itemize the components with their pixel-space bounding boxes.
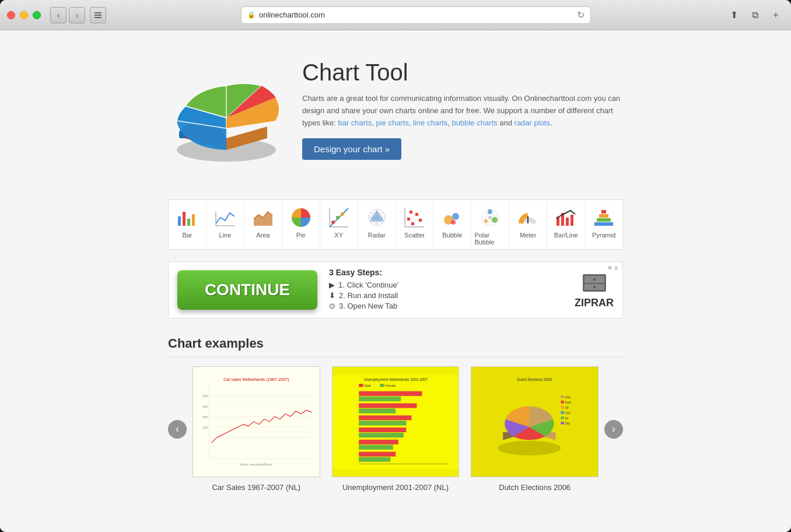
example-item-unemployment[interactable]: Unemployment Netherlands 2001-2007 Male …: [332, 366, 460, 492]
svg-rect-82: [359, 415, 411, 420]
svg-text:500: 500: [202, 394, 208, 398]
svg-text:CDA: CDA: [565, 396, 571, 399]
maximize-window-button[interactable]: [33, 11, 41, 19]
scatter-chart-icon: [402, 206, 426, 229]
chart-type-pie-item[interactable]: Pie: [282, 200, 320, 249]
chart-type-scatter-label: Scatter: [404, 232, 425, 239]
step-2-icon: ⬇: [329, 291, 335, 300]
svg-rect-102: [561, 416, 564, 419]
chart-type-polar-item[interactable]: Polar Bubble: [471, 200, 509, 249]
svg-text:200: 200: [202, 426, 208, 429]
svg-point-56: [593, 286, 596, 288]
carousel-next-button[interactable]: ›: [604, 420, 623, 439]
link-bubble-charts[interactable]: bubble charts: [452, 118, 498, 127]
chart-type-bar-label: Bar: [182, 232, 192, 239]
svg-rect-94: [561, 396, 564, 398]
page-content: Chart Tool Charts are a great tool for c…: [0, 30, 791, 532]
example-item-elections[interactable]: Dutch Elections 2006: [471, 366, 598, 492]
bar-chart-icon: [176, 206, 199, 229]
chart-type-barline-item[interactable]: Bar/Line: [547, 200, 585, 249]
reload-icon[interactable]: ↻: [577, 9, 584, 20]
svg-text:D66: D66: [565, 422, 570, 425]
chart-type-area-item[interactable]: Area: [244, 200, 282, 249]
ad-step-3: ⊙ 3. Open New Tab: [329, 302, 563, 310]
svg-text:Dutch Elections 2006: Dutch Elections 2006: [517, 377, 552, 382]
continue-button[interactable]: CONTINUE: [177, 270, 317, 310]
hero-section: Chart Tool Charts are a great tool for c…: [168, 42, 623, 182]
svg-rect-86: [359, 440, 398, 444]
chart-type-scatter-item[interactable]: Scatter: [396, 200, 434, 249]
ad-section: ✕ x CONTINUE 3 Easy Steps: ▶ 1. Click 'C…: [168, 261, 623, 318]
chart-type-pyramid-item[interactable]: Pyramid: [585, 200, 622, 249]
example-item-car-sales[interactable]: Car sales Netherlands (1967-2007): [192, 366, 320, 492]
carousel-prev-button[interactable]: ‹: [168, 420, 187, 439]
design-chart-button[interactable]: Design your chart »: [302, 138, 401, 160]
svg-point-14: [336, 216, 340, 219]
url-bar[interactable]: 🔒 onlinecharttool.com ↻: [241, 6, 591, 24]
chart-type-meter-label: Meter: [520, 232, 536, 239]
link-bar-charts[interactable]: bar charts: [338, 118, 372, 127]
hero-title: Chart Tool: [302, 60, 623, 86]
ad-close-button[interactable]: ✕ x: [607, 264, 618, 272]
svg-text:GL: GL: [565, 417, 569, 420]
minimize-window-button[interactable]: [20, 11, 28, 19]
chart-type-xy-item[interactable]: XY: [320, 200, 358, 249]
chart-type-bubble-item[interactable]: Bubble: [433, 200, 471, 249]
pyramid-chart-icon: [592, 206, 615, 229]
svg-text:PvdA: PvdA: [565, 401, 572, 404]
svg-text:Unemployment Netherlands 2001-: Unemployment Netherlands 2001-2007: [363, 377, 428, 382]
svg-rect-89: [359, 457, 390, 461]
svg-rect-76: [380, 384, 384, 387]
step-1-arrow: ▶: [329, 281, 335, 289]
sidebar-button[interactable]: [90, 7, 106, 23]
chart-type-pyramid-label: Pyramid: [592, 232, 615, 239]
step-1-text: 1. Click 'Continue': [338, 281, 398, 289]
svg-rect-104: [561, 422, 564, 425]
svg-point-34: [452, 213, 459, 220]
duplicate-button[interactable]: ⧉: [747, 7, 763, 23]
chart-type-line-item[interactable]: Line: [206, 200, 244, 249]
share-button[interactable]: ⬆: [726, 7, 742, 23]
svg-rect-32: [410, 211, 412, 214]
unemployment-chart: Unemployment Netherlands 2001-2007 Male …: [332, 367, 459, 477]
url-text: onlinecharttool.com: [259, 10, 325, 19]
svg-point-13: [331, 220, 335, 224]
chart-type-bar-item[interactable]: Bar: [169, 200, 206, 249]
close-window-button[interactable]: [7, 11, 15, 19]
forward-button[interactable]: ›: [69, 7, 85, 23]
link-radar-plots[interactable]: radar plots: [514, 118, 550, 127]
browser-window: ‹ › 🔒 onlinecharttool.com ↻ ⬆ ⧉ +: [0, 0, 791, 532]
ziprar-logo: ZIPRAR: [575, 297, 614, 309]
svg-text:Source: www.bovag@bev.nl: Source: www.bovag@bev.nl: [240, 463, 272, 466]
ad-logo-section: ZIPRAR: [575, 271, 614, 309]
svg-rect-29: [411, 222, 414, 225]
browser-titlebar: ‹ › 🔒 onlinecharttool.com ↻ ⬆ ⧉ +: [0, 0, 791, 30]
browser-nav-buttons: ‹ ›: [50, 7, 85, 23]
hero-pie-chart: [168, 54, 285, 170]
chart-type-radar-label: Radar: [368, 232, 386, 239]
browser-right-actions: ⬆ ⧉ +: [726, 7, 784, 23]
svg-text:300: 300: [202, 415, 208, 419]
svg-point-15: [341, 212, 344, 216]
chart-type-area-label: Area: [256, 232, 270, 239]
svg-rect-87: [359, 445, 393, 450]
add-tab-button[interactable]: +: [768, 7, 784, 23]
svg-rect-30: [415, 213, 418, 216]
hero-text: Chart Tool Charts are a great tool for c…: [302, 54, 623, 160]
svg-text:400: 400: [202, 405, 208, 408]
chart-type-radar-item[interactable]: Radar: [358, 200, 396, 249]
ad-steps: 3 Easy Steps: ▶ 1. Click 'Continue' ⬇ 2.…: [329, 268, 563, 312]
example-thumb-unemployment: Unemployment Netherlands 2001-2007 Male …: [332, 366, 460, 477]
main-container: Chart Tool Charts are a great tool for c…: [156, 42, 635, 492]
back-button[interactable]: ‹: [50, 7, 66, 23]
ad-step-1: ▶ 1. Click 'Continue': [329, 281, 563, 289]
svg-rect-84: [359, 428, 406, 432]
chart-type-pie-label: Pie: [296, 232, 306, 239]
svg-rect-98: [561, 406, 564, 409]
chart-type-meter-item[interactable]: Meter: [509, 200, 547, 249]
svg-point-55: [593, 278, 596, 281]
link-line-charts[interactable]: line charts: [413, 118, 447, 127]
svg-rect-49: [597, 218, 611, 222]
link-pie-charts[interactable]: pie charts: [376, 118, 408, 127]
examples-carousel: ‹ Car sales Netherlands (1967-2007): [168, 366, 623, 492]
